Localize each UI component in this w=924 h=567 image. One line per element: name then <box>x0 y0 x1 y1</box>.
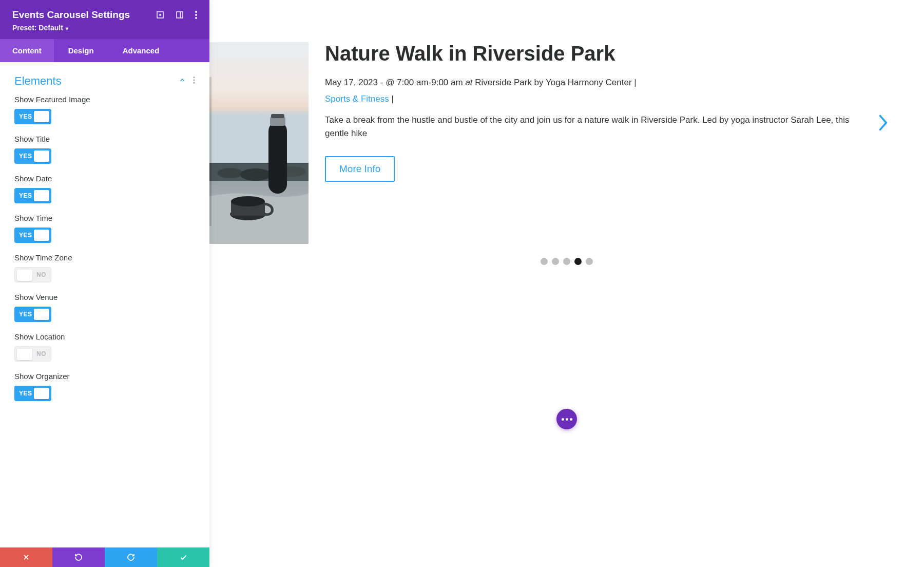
field-row: Show OrganizerYES <box>14 372 195 401</box>
event-time: @ 7:00 am-9:00 am <box>386 78 463 87</box>
svg-rect-12 <box>209 42 309 163</box>
event-at-label: at <box>465 78 472 87</box>
section-header: Elements <box>14 69 195 95</box>
svg-point-9 <box>193 82 195 84</box>
event-meta-line: May 17, 2023 - @ 7:00 am-9:00 am at Rive… <box>325 76 868 89</box>
field-row: Show DateYES <box>14 174 195 203</box>
tab-content[interactable]: Content <box>0 39 54 62</box>
field-label: Show Featured Image <box>14 95 195 104</box>
panel-footer <box>0 547 209 567</box>
field-row: Show TitleYES <box>14 135 195 164</box>
carousel-dot[interactable] <box>541 258 548 265</box>
settings-panel: Events Carousel Settings Preset: Default… <box>0 0 209 567</box>
preset-dropdown[interactable]: Preset: Default ▾ <box>12 24 197 32</box>
field-label: Show Title <box>14 135 195 143</box>
field-label: Show Date <box>14 174 195 183</box>
toggle-switch[interactable]: NO <box>14 267 51 282</box>
toggle-switch[interactable]: YES <box>14 188 51 203</box>
event-date: May 17, 2023 <box>325 78 378 87</box>
toggle-switch[interactable]: YES <box>14 386 51 401</box>
tab-advanced[interactable]: Advanced <box>108 39 174 62</box>
carousel-dot[interactable] <box>586 258 593 265</box>
more-options-icon[interactable] <box>195 11 197 19</box>
svg-point-1 <box>159 14 161 16</box>
event-by-label: by <box>534 78 544 87</box>
event-organizer: Yoga Harmony Center <box>546 78 632 87</box>
field-label: Show Venue <box>14 293 195 301</box>
redo-button[interactable] <box>105 547 157 567</box>
event-description: Take a break from the hustle and bustle … <box>325 114 868 141</box>
toggle-switch[interactable]: YES <box>14 307 51 322</box>
carousel-next-button[interactable] <box>877 113 888 135</box>
toggle-switch[interactable]: YES <box>14 228 51 243</box>
cancel-button[interactable] <box>0 547 52 567</box>
field-label: Show Organizer <box>14 372 195 381</box>
field-row: Show Featured ImageYES <box>14 95 195 124</box>
more-info-button[interactable]: More Info <box>325 156 395 182</box>
svg-point-16 <box>240 168 271 181</box>
svg-point-15 <box>217 168 243 178</box>
svg-point-5 <box>195 14 197 16</box>
panel-body: Elements Show Featured ImageYESShow Titl… <box>0 62 209 547</box>
carousel-dot[interactable] <box>552 258 559 265</box>
panel-tabs: Content Design Advanced <box>0 39 209 62</box>
event-meta-line2: Sports & Fitness | <box>325 92 868 106</box>
collapse-icon[interactable] <box>179 77 186 86</box>
event-venue: Riverside Park <box>475 78 532 87</box>
event-title: Nature Walk in Riverside Park <box>325 42 868 65</box>
toggle-switch[interactable]: NO <box>14 346 51 362</box>
field-label: Show Time <box>14 214 195 222</box>
confirm-button[interactable] <box>157 547 209 567</box>
section-more-icon[interactable] <box>193 77 195 86</box>
svg-rect-2 <box>177 12 183 18</box>
svg-point-6 <box>195 17 197 19</box>
event-card: Nature Walk in Riverside Park May 17, 20… <box>209 42 924 244</box>
svg-point-4 <box>195 11 197 13</box>
carousel-dot[interactable] <box>574 258 582 265</box>
undo-button[interactable] <box>52 547 105 567</box>
event-featured-image <box>209 42 309 244</box>
field-label: Show Time Zone <box>14 253 195 262</box>
page-settings-fab[interactable] <box>556 409 577 429</box>
field-row: Show Time ZoneNO <box>14 253 195 282</box>
svg-point-7 <box>193 77 195 79</box>
tab-design[interactable]: Design <box>54 39 108 62</box>
svg-point-8 <box>193 79 195 81</box>
field-row: Show LocationNO <box>14 332 195 362</box>
field-row: Show TimeYES <box>14 214 195 243</box>
carousel-dot[interactable] <box>563 258 570 265</box>
view-mode-icon[interactable] <box>176 11 184 19</box>
panel-title: Events Carousel Settings <box>12 9 130 21</box>
toggle-switch[interactable]: YES <box>14 109 51 124</box>
panel-header: Events Carousel Settings Preset: Default… <box>0 0 209 39</box>
svg-point-23 <box>231 196 265 206</box>
field-row: Show VenueYES <box>14 293 195 322</box>
svg-rect-18 <box>268 122 287 194</box>
event-category-link[interactable]: Sports & Fitness <box>325 94 389 104</box>
toggle-switch[interactable]: YES <box>14 148 51 164</box>
preview-shadow <box>209 77 211 226</box>
focus-mode-icon[interactable] <box>156 11 164 19</box>
section-title: Elements <box>14 74 62 88</box>
panel-header-actions <box>156 11 197 19</box>
carousel-dots <box>541 258 593 265</box>
svg-rect-20 <box>271 114 284 118</box>
preview-area: Nature Walk in Riverside Park May 17, 20… <box>209 0 924 567</box>
field-label: Show Location <box>14 332 195 341</box>
